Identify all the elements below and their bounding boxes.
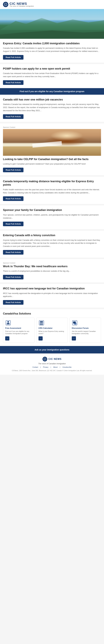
read-full-article-btn-3[interactable]: Read Full Article bbox=[3, 114, 24, 119]
logo-icon: C bbox=[3, 2, 8, 7]
footer-privacy-link[interactable]: Privacy bbox=[43, 366, 48, 368]
footer-separator-1: | bbox=[40, 366, 41, 368]
article-felony-conviction: Entering Canada with a felony conviction… bbox=[0, 231, 104, 258]
article-excerpt-7: Anyone trying to enter Canada with a fel… bbox=[3, 239, 101, 248]
footer-separator-2: | bbox=[51, 366, 52, 368]
article-excerpt-3: Statistics Canada has released its month… bbox=[3, 103, 101, 112]
calculator-icon bbox=[38, 320, 44, 326]
footer-about-link[interactable]: About bbox=[53, 366, 58, 368]
svg-text:C: C bbox=[5, 4, 6, 5]
article-excerpt-8: There is a world of employment possibili… bbox=[3, 270, 101, 273]
solution-desc-crs-calculator: What is your Express Entry ranking score… bbox=[38, 330, 66, 335]
article-title-7: Entering Canada with a felony conviction bbox=[3, 234, 101, 237]
solution-desc-discussion-forum: Join the world's largest Canadian immigr… bbox=[72, 330, 99, 335]
cta-banner-text: Find out if you are eligible for any Can… bbox=[20, 90, 84, 92]
read-full-article-btn-6[interactable]: Read Full Article bbox=[3, 222, 24, 226]
footer-contact-link[interactable]: Contact bbox=[32, 366, 38, 368]
footer-logo-name: CIC NEWS bbox=[48, 358, 62, 360]
footer-logo-icon: C bbox=[42, 357, 47, 362]
person-icon bbox=[5, 320, 11, 326]
article-excerpt-5: Public health restrictions over the past… bbox=[3, 188, 101, 194]
footer-address: CICNews, 1303 Greene Ave., Suite 200, We… bbox=[3, 370, 101, 372]
site-logo-name: CIC NEWS bbox=[10, 2, 34, 5]
svg-rect-5 bbox=[40, 321, 43, 322]
read-full-article-btn-7[interactable]: Read Full Article bbox=[3, 250, 24, 254]
solution-arrow-crs-calculator[interactable]: → bbox=[38, 336, 43, 340]
article-distance-learning: Canada temporarily making distance learn… bbox=[0, 177, 104, 204]
canadavisa-solutions-section: CanadaVisa Solutions Free Assessment Fin… bbox=[0, 309, 104, 346]
article-title-3: Canada still has over one million job va… bbox=[3, 98, 101, 101]
solution-arrow-free-assessment[interactable]: → bbox=[5, 336, 9, 340]
site-header: C CIC NEWS The voice of Canadian immigra… bbox=[0, 0, 104, 9]
footer-links: Contact | Privacy | About | Unsubscribe bbox=[3, 366, 101, 368]
article-sponsor-family: Sponsor your family for Canadian immigra… bbox=[0, 206, 104, 229]
site-footer: C CIC NEWS The voice of Canadian immigra… bbox=[0, 354, 104, 375]
read-full-article-btn-9[interactable]: Read Full Article bbox=[3, 300, 24, 305]
article-title-1: Express Entry: Canada invites 2,000 immi… bbox=[3, 42, 101, 45]
footer-tagline: The voice of Canadian immigration bbox=[3, 363, 101, 365]
sponsor-article-image bbox=[3, 129, 101, 156]
solution-title-discussion-forum: Discussion Forum bbox=[72, 327, 99, 329]
read-full-article-btn-4[interactable]: Read Full Article bbox=[3, 168, 24, 172]
solutions-section-title: CanadaVisa Solutions bbox=[3, 312, 101, 315]
cta-banner[interactable]: Find out if you are eligible for any Can… bbox=[0, 88, 104, 95]
forum-icon bbox=[72, 320, 78, 326]
svg-rect-15 bbox=[74, 323, 76, 324]
article-excerpt-9: IRCC has recently approved the designati… bbox=[3, 292, 101, 298]
hero-image bbox=[0, 9, 104, 39]
svg-rect-10 bbox=[41, 324, 42, 325]
solution-card-free-assessment[interactable]: Free Assessment Find out if you are elig… bbox=[3, 318, 34, 342]
read-full-article-btn-8[interactable]: Read Full Article bbox=[3, 275, 24, 280]
sponsor-label-8: Sponsor Content bbox=[3, 262, 101, 264]
footer-unsubscribe-link[interactable]: Unsubscribe bbox=[62, 366, 72, 368]
article-title-5: Canada temporarily making distance learn… bbox=[3, 180, 101, 187]
svg-rect-2 bbox=[6, 320, 10, 325]
read-full-article-btn-2[interactable]: Read Full Article bbox=[3, 80, 24, 85]
article-title-8: Work in Thunder Bay: We need healthcare … bbox=[3, 265, 101, 268]
svg-rect-7 bbox=[41, 323, 42, 324]
svg-rect-8 bbox=[42, 323, 43, 324]
article-excerpt-2: Canada has released instructions for how… bbox=[3, 72, 101, 78]
solution-title-crs-calculator: CRS Calculator bbox=[38, 327, 66, 329]
footer-separator-3: | bbox=[60, 366, 60, 368]
article-title-2: PGWP holders can apply for a new open wo… bbox=[3, 67, 101, 70]
article-job-vacancies: Canada still has over one million job va… bbox=[0, 95, 104, 122]
article-pgwp-work-permit: PGWP holders can apply for a new open wo… bbox=[0, 64, 104, 88]
solution-title-free-assessment: Free Assessment bbox=[5, 327, 32, 329]
article-excerpt-6: Your spouse, common-law partner, childre… bbox=[3, 214, 101, 220]
footer-logo: C CIC NEWS bbox=[3, 357, 101, 362]
article-title-9: IRCC has approved new language test for … bbox=[3, 287, 101, 290]
article-title-4: Looking to take CELPIP for Canadian immi… bbox=[3, 158, 101, 161]
solution-arrow-discussion-forum[interactable]: → bbox=[72, 336, 76, 340]
ask-question-section[interactable]: Ask us your immigration questions bbox=[0, 346, 104, 354]
sponsor-label-4: Sponsor Content bbox=[3, 126, 101, 128]
article-title-6: Sponsor your family for Canadian immigra… bbox=[3, 208, 101, 212]
article-express-entry-2000: Express Entry: Canada invites 2,000 immi… bbox=[0, 39, 104, 62]
article-excerpt-1: Canada has invited 2,000 candidates to a… bbox=[3, 47, 101, 53]
svg-rect-9 bbox=[40, 324, 41, 325]
svg-rect-11 bbox=[42, 324, 43, 325]
article-ircc-language-test: IRCC has approved new language test for … bbox=[0, 284, 104, 308]
article-thunder-bay: Sponsor Content Work in Thunder Bay: We … bbox=[0, 259, 104, 282]
article-excerpt-4: Looking to gain Canadian permanent resid… bbox=[3, 162, 101, 166]
article-celpip: Sponsor Content Looking to take CELPIP f… bbox=[0, 123, 104, 175]
solution-card-crs-calculator[interactable]: CRS Calculator What is your Express Entr… bbox=[36, 318, 68, 342]
solutions-grid: Free Assessment Find out if you are elig… bbox=[3, 318, 101, 342]
svg-rect-6 bbox=[40, 323, 41, 324]
read-full-article-btn-1[interactable]: Read Full Article bbox=[3, 55, 24, 60]
read-full-article-btn-5[interactable]: Read Full Article bbox=[3, 196, 24, 201]
svg-text:C: C bbox=[44, 359, 45, 360]
solution-card-discussion-forum[interactable]: Discussion Forum Join the world's larges… bbox=[70, 318, 101, 342]
site-tagline: The voice of Canadian immigration bbox=[10, 5, 34, 7]
solution-desc-free-assessment: Find out if you are eligible for any Can… bbox=[5, 330, 32, 335]
svg-point-3 bbox=[8, 321, 9, 323]
ask-immigration-question-btn[interactable]: Ask us your immigration questions bbox=[34, 348, 70, 351]
